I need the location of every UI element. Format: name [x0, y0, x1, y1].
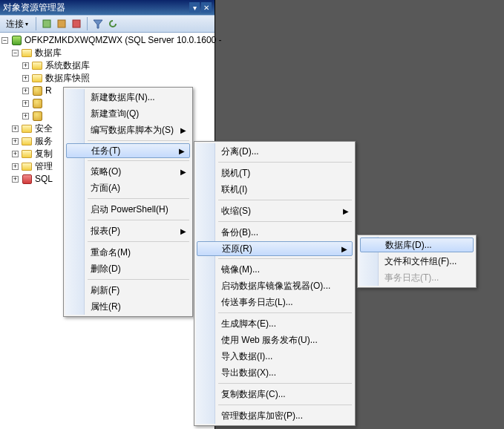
tree-label: 数据库: [35, 47, 62, 59]
tree-sysdb-node[interactable]: + 系统数据库: [0, 59, 215, 72]
menu-restore-files-filegroups[interactable]: 文件和文件组(F)...: [359, 253, 474, 269]
svg-rect-1: [58, 20, 65, 27]
tree-databases-node[interactable]: − 数据库: [0, 47, 215, 59]
panel-title: 对象资源管理器: [3, 1, 65, 14]
menu-detach[interactable]: 分离(D)...: [196, 143, 353, 160]
folder-icon: [22, 163, 32, 171]
tree-snapshots-node[interactable]: + 数据库快照: [0, 72, 215, 85]
database-icon: [33, 99, 42, 108]
database-icon: [33, 111, 42, 121]
menu-mirror[interactable]: 镜像(M)...: [196, 261, 353, 278]
folder-icon: [32, 62, 42, 70]
menu-restore[interactable]: 还原(R)▶: [197, 241, 353, 256]
toolbar-divider: [87, 17, 88, 30]
menu-tasks[interactable]: 任务(T)▶: [66, 143, 190, 158]
menu-restore-transaction-log: 事务日志(T)...: [359, 269, 474, 286]
menu-new-database[interactable]: 新建数据库(N)...: [65, 89, 191, 105]
close-icon[interactable]: ✕: [201, 2, 212, 13]
menu-separator: [88, 241, 189, 242]
menu-rename[interactable]: 重命名(M): [65, 244, 191, 261]
svg-rect-0: [43, 20, 50, 27]
folder-icon: [22, 150, 32, 158]
menu-separator: [218, 383, 352, 384]
menu-import-data[interactable]: 导入数据(I)...: [196, 348, 353, 364]
menu-backup[interactable]: 备份(B)...: [196, 224, 353, 240]
context-menu-restore: 数据库(D)... 文件和文件组(F)... 事务日志(T)...: [357, 235, 477, 288]
refresh-icon[interactable]: [107, 18, 119, 30]
connect-label: 连接: [6, 18, 24, 30]
folder-icon: [32, 74, 42, 82]
submenu-arrow-icon: ▶: [343, 207, 349, 215]
menu-separator: [88, 160, 189, 161]
submenu-arrow-icon: ▶: [180, 168, 186, 176]
svg-marker-3: [94, 20, 102, 28]
menu-start-powershell[interactable]: 启动 PowerShell(H): [65, 201, 191, 217]
tree-label: 数据库快照: [45, 72, 90, 85]
submenu-arrow-icon: ▶: [341, 245, 347, 253]
context-menu-tasks: 分离(D)... 脱机(T) 联机(I) 收缩(S)▶ 备份(B)... 还原(…: [194, 141, 356, 426]
connect-server-icon[interactable]: [41, 18, 53, 30]
panel-titlebar: 对象资源管理器 ▾ ✕: [0, 0, 215, 15]
tree-label: 管理: [35, 160, 53, 173]
svg-rect-2: [73, 20, 80, 27]
server-icon: [12, 36, 22, 45]
tree-label: 安全: [35, 122, 53, 135]
menu-separator: [218, 312, 352, 313]
menu-separator: [218, 221, 352, 222]
menu-script-as[interactable]: 编写数据库脚本为(S)▶: [65, 122, 191, 138]
disconnect-icon[interactable]: [56, 18, 68, 30]
tree-label: R: [45, 85, 52, 97]
menu-launch-mirror-monitor[interactable]: 启动数据库镜像监视器(O)...: [196, 278, 353, 294]
menu-ship-transaction-logs[interactable]: 传送事务日志(L)...: [196, 294, 353, 310]
submenu-arrow-icon: ▶: [180, 227, 186, 235]
menu-export-data[interactable]: 导出数据(X)...: [196, 364, 353, 381]
sql-agent-icon: [22, 174, 32, 184]
folder-icon: [22, 125, 32, 133]
menu-new-query[interactable]: 新建查询(Q): [65, 105, 191, 122]
menu-facets[interactable]: 方面(A): [65, 180, 191, 196]
menu-copy-database[interactable]: 复制数据库(C)...: [196, 386, 353, 402]
context-menu-database: 新建数据库(N)... 新建查询(Q) 编写数据库脚本为(S)▶ 任务(T)▶ …: [63, 87, 193, 317]
menu-delete[interactable]: 删除(D): [65, 261, 191, 277]
panel-window-controls: ▾ ✕: [189, 2, 212, 13]
tree-label: SQL: [35, 173, 53, 186]
menu-shrink[interactable]: 收缩(S)▶: [196, 203, 353, 219]
tree-label: OFKPZMKDXWQMZWX (SQL Server 10.0.1600 -: [24, 34, 222, 47]
folder-icon: [22, 49, 32, 57]
connect-button[interactable]: 连接 ▾: [3, 17, 31, 31]
stop-icon[interactable]: [71, 18, 82, 30]
menu-separator: [218, 258, 352, 259]
menu-refresh[interactable]: 刷新(F): [65, 282, 191, 298]
menu-separator: [88, 198, 189, 199]
toolbar-divider: [36, 17, 36, 30]
menu-separator: [88, 279, 189, 280]
menu-separator: [218, 162, 352, 163]
submenu-arrow-icon: ▶: [179, 147, 185, 155]
menu-take-offline[interactable]: 脱机(T): [196, 165, 353, 181]
chevron-down-icon: ▾: [25, 21, 28, 27]
dropdown-icon[interactable]: ▾: [189, 2, 200, 13]
menu-restore-database[interactable]: 数据库(D)...: [360, 238, 474, 252]
menu-separator: [88, 220, 189, 220]
menu-publish-web[interactable]: 使用 Web 服务发布(U)...: [196, 332, 353, 348]
database-icon: [33, 86, 42, 96]
tree-label: 系统数据库: [45, 59, 90, 72]
menu-policies[interactable]: 策略(O)▶: [65, 163, 191, 180]
menu-reports[interactable]: 报表(P)▶: [65, 223, 191, 239]
tree-server-node[interactable]: − OFKPZMKDXWQMZWX (SQL Server 10.0.1600 …: [0, 34, 215, 47]
tree-label: 服务: [35, 135, 53, 148]
filter-icon[interactable]: [92, 18, 104, 30]
menu-separator: [218, 405, 352, 405]
toolbar: 连接 ▾: [0, 15, 215, 33]
submenu-arrow-icon: ▶: [180, 126, 186, 134]
folder-icon: [22, 137, 32, 145]
menu-properties[interactable]: 属性(R): [65, 298, 191, 315]
menu-manage-encryption[interactable]: 管理数据库加密(P)...: [196, 407, 353, 424]
menu-bring-online[interactable]: 联机(I): [196, 181, 353, 197]
menu-separator: [88, 140, 189, 141]
tree-label: 复制: [35, 148, 53, 160]
menu-generate-scripts[interactable]: 生成脚本(E)...: [196, 315, 353, 332]
menu-separator: [218, 200, 352, 200]
